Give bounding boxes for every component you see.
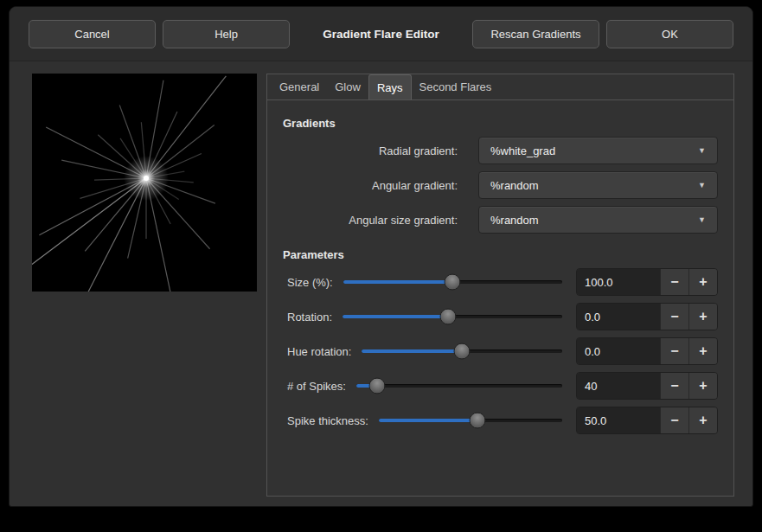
tab-second-flares-label: Second Flares — [419, 80, 492, 93]
radial-gradient-row: Radial gradient: %white_grad ▼ — [283, 133, 718, 168]
slider-handle[interactable] — [439, 309, 456, 325]
help-button[interactable]: Help — [163, 20, 290, 48]
spikes-slider[interactable] — [356, 376, 562, 395]
slider-fill — [362, 349, 462, 353]
angular-gradient-row: Angular gradient: %random ▼ — [283, 168, 718, 202]
angular-size-gradient-label: Angular size gradient: — [283, 214, 478, 227]
plus-button[interactable]: + — [688, 338, 717, 364]
rotation-row: Rotation: 0.0 − + — [283, 299, 718, 334]
slider-fill — [343, 280, 453, 284]
minus-button[interactable]: − — [660, 373, 688, 399]
size-value-field[interactable]: 100.0 — [577, 269, 660, 295]
rescan-gradients-button[interactable]: Rescan Gradients — [472, 20, 599, 48]
angular-size-gradient-row: Angular size gradient: %random ▼ — [283, 202, 718, 237]
angular-size-gradient-select[interactable]: %random ▼ — [478, 206, 718, 234]
angular-gradient-value: %random — [490, 179, 539, 192]
hue-rotation-label: Hue rotation: — [287, 345, 351, 358]
plus-button[interactable]: + — [688, 304, 717, 330]
chevron-down-icon: ▼ — [698, 182, 706, 189]
slider-fill — [379, 419, 478, 422]
radial-gradient-value: %white_grad — [490, 144, 555, 157]
rotation-label: Rotation: — [287, 311, 332, 324]
slider-handle[interactable] — [470, 413, 486, 429]
angular-gradient-select[interactable]: %random ▼ — [478, 171, 718, 199]
tab-second-flares[interactable]: Second Flares — [412, 74, 500, 99]
gradient-flare-editor-dialog: Cancel Help Gradient Flare Editor Rescan… — [9, 6, 753, 507]
flare-preview — [32, 74, 257, 292]
spikes-value-field[interactable]: 40 — [577, 373, 660, 399]
spikes-row: # of Spikes: 40 − + — [283, 369, 718, 403]
parameters-heading: Parameters — [283, 248, 718, 261]
rotation-spinbox: 0.0 − + — [576, 303, 718, 330]
tab-glow[interactable]: Glow — [327, 74, 368, 99]
spike-thickness-slider[interactable] — [379, 411, 562, 430]
dialog-title: Gradient Flare Editor — [297, 28, 465, 41]
slider-track[interactable] — [356, 384, 562, 388]
hue-rotation-spinbox: 0.0 − + — [576, 337, 718, 365]
size-slider[interactable] — [343, 272, 562, 292]
spikes-spinbox: 40 − + — [576, 372, 718, 400]
rays-tab-content: Gradients Radial gradient: %white_grad ▼… — [267, 100, 733, 438]
hue-rotation-value-field[interactable]: 0.0 — [577, 338, 660, 364]
tab-glow-label: Glow — [335, 80, 361, 93]
size-row: Size (%): 100.0 − + — [283, 265, 718, 299]
spike-thickness-label: Spike thickness: — [287, 414, 368, 427]
hue-rotation-row: Hue rotation: 0.0 − + — [283, 334, 718, 369]
flare-rays-image — [32, 74, 257, 292]
spike-thickness-row: Spike thickness: 50.0 − + — [283, 403, 718, 438]
slider-fill — [343, 315, 448, 318]
plus-button[interactable]: + — [688, 373, 717, 399]
minus-button[interactable]: − — [660, 269, 688, 295]
minus-button[interactable]: − — [660, 338, 688, 364]
slider-handle[interactable] — [454, 343, 471, 360]
minus-button[interactable]: − — [660, 407, 688, 433]
radial-gradient-select[interactable]: %white_grad ▼ — [478, 137, 718, 164]
spike-thickness-value-field[interactable]: 50.0 — [577, 407, 660, 433]
hue-rotation-slider[interactable] — [362, 342, 562, 361]
editor-notebook: General Glow Rays Second Flares Gradient… — [266, 74, 734, 497]
size-label: Size (%): — [287, 276, 333, 289]
slider-handle[interactable] — [368, 378, 385, 394]
rotation-slider[interactable] — [343, 307, 562, 326]
radial-gradient-label: Radial gradient: — [283, 144, 478, 157]
spike-thickness-spinbox: 50.0 − + — [576, 407, 718, 434]
plus-button[interactable]: + — [688, 407, 717, 433]
rotation-value-field[interactable]: 0.0 — [577, 304, 660, 330]
spikes-label: # of Spikes: — [287, 380, 346, 393]
plus-button[interactable]: + — [688, 269, 717, 295]
slider-handle[interactable] — [445, 274, 461, 291]
angular-size-gradient-value: %random — [490, 214, 539, 227]
tab-rays-label: Rays — [377, 81, 403, 94]
tab-general[interactable]: General — [272, 74, 327, 99]
angular-gradient-label: Angular gradient: — [283, 179, 478, 192]
chevron-down-icon: ▼ — [698, 147, 706, 155]
cancel-button[interactable]: Cancel — [29, 20, 156, 48]
header-bar: Cancel Help Gradient Flare Editor Rescan… — [10, 7, 752, 61]
tab-rays[interactable]: Rays — [368, 74, 412, 99]
size-spinbox: 100.0 − + — [576, 268, 718, 296]
chevron-down-icon: ▼ — [698, 216, 706, 224]
minus-button[interactable]: − — [660, 304, 688, 330]
tab-general-label: General — [279, 80, 319, 93]
gradients-heading: Gradients — [283, 117, 718, 130]
tab-bar: General Glow Rays Second Flares — [267, 74, 733, 100]
ok-button[interactable]: OK — [606, 20, 733, 48]
